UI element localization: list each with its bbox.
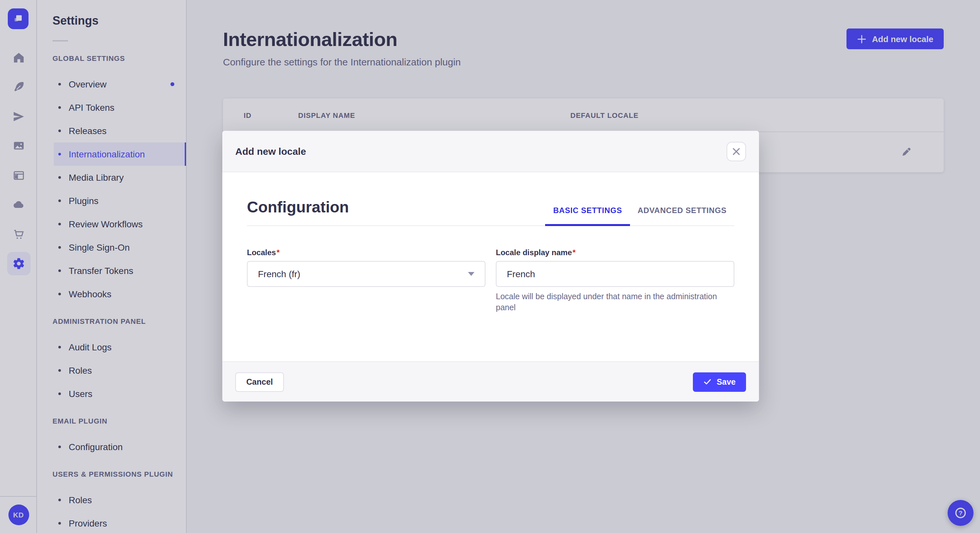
tab-basic-settings[interactable]: BASIC SETTINGS (546, 206, 630, 225)
required-asterisk: * (573, 248, 576, 257)
modal-title: Add new locale (235, 146, 306, 157)
save-button[interactable]: Save (693, 372, 746, 392)
modal-footer: Cancel Save (222, 362, 759, 401)
display-name-hint: Locale will be displayed under that name… (496, 292, 734, 314)
settings-tabs: BASIC SETTINGS ADVANCED SETTINGS (546, 206, 734, 225)
check-icon (703, 378, 712, 386)
modal-fields: Locales* French (fr) Locale display name… (247, 248, 734, 314)
locales-field: Locales* French (fr) (247, 248, 485, 314)
locales-select[interactable]: French (fr) (247, 261, 485, 287)
close-icon (732, 148, 740, 155)
configuration-title: Configuration (247, 198, 349, 225)
locales-label: Locales (247, 248, 276, 257)
modal-header: Add new locale (222, 131, 759, 172)
app-window: KD Settings GLOBAL SETTINGS Overview API… (0, 0, 980, 533)
add-locale-modal: Add new locale Configuration BASIC SETTI… (222, 131, 759, 401)
modal-body: Configuration BASIC SETTINGS ADVANCED SE… (222, 172, 759, 362)
modal-close-button[interactable] (727, 141, 746, 161)
display-name-field: Locale display name* Locale will be disp… (496, 248, 734, 314)
tab-advanced-settings[interactable]: ADVANCED SETTINGS (630, 206, 734, 225)
locales-select-value: French (fr) (258, 269, 301, 279)
cancel-button[interactable]: Cancel (235, 372, 284, 392)
chevron-down-icon (468, 272, 474, 276)
display-name-input[interactable] (496, 261, 734, 287)
display-name-label: Locale display name (496, 248, 572, 257)
required-asterisk: * (277, 248, 279, 257)
configuration-section-header: Configuration BASIC SETTINGS ADVANCED SE… (247, 198, 734, 226)
